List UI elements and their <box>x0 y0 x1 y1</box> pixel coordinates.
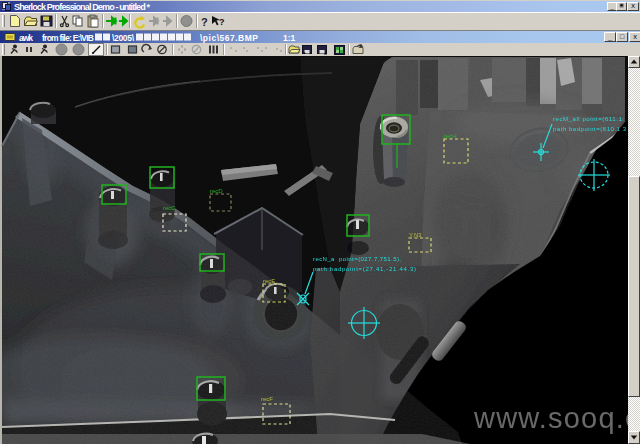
svg-text:Sherlock Professional Demo - u: Sherlock Professional Demo - untitled * <box>14 2 150 12</box>
svg-text:www.sooq.cn: www.sooq.cn <box>473 402 640 434</box>
svg-text:path badpoint=(610.1 3: path badpoint=(610.1 3 <box>553 126 627 132</box>
svg-text:recD: recD <box>210 188 223 194</box>
svg-text:?: ? <box>201 16 208 28</box>
svg-text:\2005\: \2005\ <box>112 33 135 43</box>
svg-text:recC: recC <box>163 205 176 211</box>
svg-text:recM_all point=(611.1:: recM_all point=(611.1: <box>553 116 624 122</box>
svg-text:recH: recH <box>444 133 457 139</box>
svg-text:?: ? <box>219 17 225 27</box>
svg-text:\pic\567.BMP: \pic\567.BMP <box>200 33 258 43</box>
svg-text:path badpoint=(27.41,-21.44.3): path badpoint=(27.41,-21.44.3) <box>313 266 416 272</box>
svg-text:recN_a point=(027.7,751.5),: recN_a point=(027.7,751.5), <box>313 256 401 262</box>
svg-text:recF: recF <box>261 396 273 402</box>
svg-text:1:1: 1:1 <box>283 33 296 43</box>
svg-text:awk: awk <box>19 33 33 43</box>
svg-text:from file: E:\VIB: from file: E:\VIB <box>42 33 94 43</box>
svg-text:recE: recE <box>263 278 275 284</box>
svg-text:Y.N3: Y.N3 <box>409 232 422 238</box>
